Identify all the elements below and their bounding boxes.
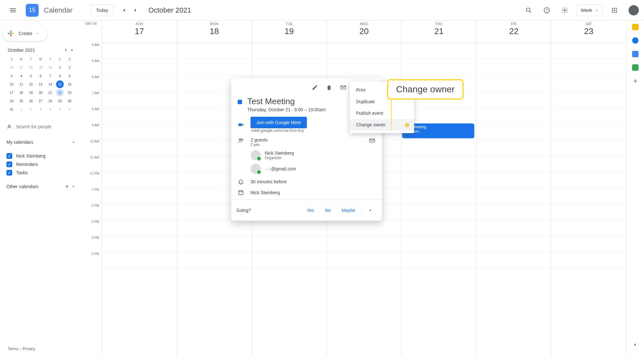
account-avatar[interactable] [629,5,639,15]
terms-link[interactable]: Terms [8,347,18,351]
mini-cal-day[interactable]: 7 [46,72,54,80]
mini-cal-day[interactable]: 26 [8,64,15,71]
time-slot-label: 4 AM [82,43,102,59]
mini-cal-day[interactable]: 2 [27,105,35,113]
mini-cal-day[interactable]: 25 [17,97,25,105]
day-header[interactable]: SUN17 [102,21,177,43]
mini-cal-day[interactable]: 3 [8,72,15,80]
search-people[interactable] [3,121,80,132]
keep-icon[interactable] [632,24,639,30]
mini-cal-day[interactable]: 5 [56,105,64,113]
mini-cal-day[interactable]: 4 [46,105,54,113]
mini-cal-day[interactable]: 21 [46,89,54,96]
settings-gear-icon[interactable] [558,4,571,17]
mini-cal-day[interactable]: 23 [66,89,73,96]
calendar-list-item[interactable]: ✓Reminders [3,160,80,168]
mail-guests-icon[interactable] [369,137,375,144]
context-menu-item[interactable]: Change owner [350,119,414,131]
mini-cal-day[interactable]: 16 [66,80,73,88]
day-header[interactable]: FRI22 [476,21,551,43]
prev-week-button[interactable] [119,5,129,15]
view-selector[interactable]: Week [576,5,603,16]
mini-cal-day[interactable]: 29 [56,97,64,105]
mini-cal-day[interactable]: 3 [37,105,44,113]
day-column[interactable] [476,43,551,355]
search-people-input[interactable] [16,124,76,129]
support-icon[interactable]: ? [540,4,553,17]
mini-cal-day[interactable]: 2 [66,64,73,71]
delete-event-icon[interactable] [323,81,336,94]
privacy-link[interactable]: Privacy [23,347,35,351]
create-button[interactable]: Create [3,26,48,41]
mini-cal-day[interactable]: 8 [56,72,64,80]
mini-cal-day[interactable]: 28 [46,97,54,105]
day-header[interactable]: TUE19 [251,21,327,43]
svg-text:?: ? [546,8,548,13]
mini-cal-day[interactable]: 11 [17,80,25,88]
mini-cal-day[interactable]: 31 [8,105,15,113]
guest-avatar [251,150,261,160]
add-icon[interactable] [632,78,639,84]
day-column[interactable] [551,43,626,355]
rsvp-yes-button[interactable]: Yes [302,205,319,215]
other-calendars-toggle[interactable]: Other calendars [3,181,80,192]
calendar-list-item[interactable]: ✓Tasks [3,168,80,177]
mini-cal-day[interactable]: 6 [37,72,44,80]
mini-cal-day[interactable]: 29 [37,64,44,71]
edit-event-icon[interactable] [308,81,321,94]
mini-cal-day[interactable]: 9 [66,72,73,80]
mini-cal-day[interactable]: 26 [27,97,35,105]
mini-cal-day[interactable]: 17 [8,89,15,96]
calendar-checkbox[interactable]: ✓ [6,161,12,167]
mini-cal-day[interactable]: 30 [46,64,54,71]
search-icon[interactable] [522,4,535,17]
add-calendar-icon[interactable] [64,184,70,189]
contacts-icon[interactable] [632,51,639,57]
rsvp-no-button[interactable]: No [320,205,336,215]
mini-cal-day[interactable]: 1 [17,105,25,113]
mini-cal-day[interactable]: 4 [17,72,25,80]
maps-icon[interactable] [632,64,639,71]
mini-cal-day[interactable]: 20 [37,89,44,96]
email-guests-icon[interactable] [337,81,350,94]
tasks-icon[interactable] [632,37,639,44]
mini-cal-prev-button[interactable] [63,48,68,53]
day-header[interactable]: THU21 [401,21,476,43]
next-week-button[interactable] [130,5,141,15]
mini-cal-day[interactable]: 22 [56,89,64,96]
rsvp-collapse-icon[interactable] [364,204,377,217]
day-header[interactable]: SAT23 [551,21,626,43]
guest-item[interactable]: ·····@gmail.com [251,164,363,174]
mini-cal-day[interactable]: 1 [56,64,64,71]
day-header[interactable]: WED20 [327,21,402,43]
mini-cal-day[interactable]: 28 [27,64,35,71]
context-menu-item[interactable]: Publish event [350,107,414,119]
day-column[interactable] [102,43,177,355]
mini-cal-day[interactable]: 12 [27,80,35,88]
google-apps-icon[interactable] [608,4,621,17]
mini-cal-day[interactable]: 27 [37,97,44,105]
mini-cal-next-button[interactable] [70,48,75,53]
mini-cal-day[interactable]: 30 [66,97,73,105]
mini-cal-day[interactable]: 5 [27,72,35,80]
mini-cal-day[interactable]: 15 [56,80,64,88]
rsvp-maybe-button[interactable]: Maybe [337,205,360,215]
join-meet-button[interactable]: Join with Google Meet [251,117,307,128]
day-header[interactable]: MON18 [177,21,252,43]
mini-cal-day[interactable]: 24 [8,97,15,105]
mini-cal-day[interactable]: 19 [27,89,35,96]
my-calendars-toggle[interactable]: My calendars [3,136,80,148]
main-menu-button[interactable] [5,3,21,18]
mini-cal-day[interactable]: 27 [17,64,25,71]
calendar-checkbox[interactable]: ✓ [6,170,12,176]
mini-cal-day[interactable]: 13 [37,80,44,88]
calendar-list-item[interactable]: ✓Nick Steinberg [3,152,80,160]
calendar-checkbox[interactable]: ✓ [6,153,12,159]
mini-cal-day[interactable]: 6 [66,105,73,113]
guest-item[interactable]: Nick SteinbergOrganizer [251,150,363,160]
show-side-panel-icon[interactable] [629,338,642,351]
mini-cal-day[interactable]: 10 [8,80,15,88]
mini-cal-day[interactable]: 18 [17,89,25,96]
mini-cal-day[interactable]: 14 [46,80,54,88]
today-button[interactable]: Today [90,5,113,16]
